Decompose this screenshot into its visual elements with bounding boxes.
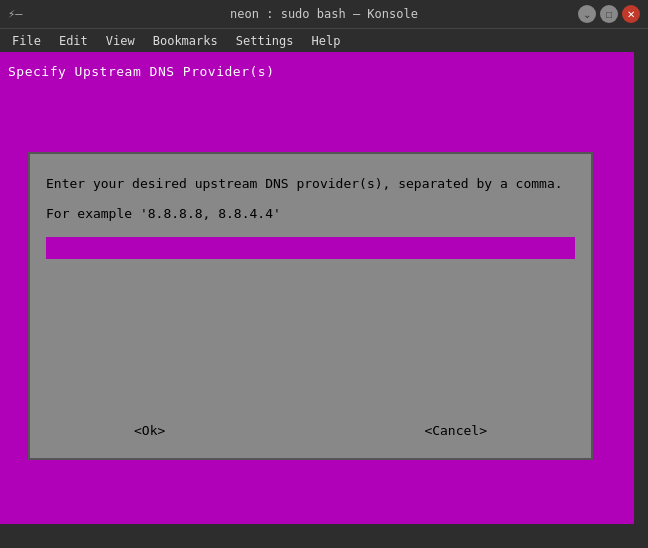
dialog-spacer [46,259,575,419]
menu-view[interactable]: View [98,32,143,50]
menu-edit[interactable]: Edit [51,32,96,50]
maximize-button[interactable]: □ [600,5,618,23]
input-wrapper [46,237,575,259]
cancel-button[interactable]: <Cancel> [416,419,495,442]
window-title: neon : sudo bash — Konsole [230,7,418,21]
menu-settings[interactable]: Settings [228,32,302,50]
menu-help[interactable]: Help [304,32,349,50]
titlebar-left: ⚡– [8,7,22,21]
dialog-line2: For example '8.8.8.8, 8.8.4.4' [46,206,575,221]
menubar: File Edit View Bookmarks Settings Help [0,28,648,52]
menu-bookmarks[interactable]: Bookmarks [145,32,226,50]
bottom-bar [0,524,648,548]
titlebar-controls: ⌄ □ ✕ [578,5,640,23]
minimize-button[interactable]: ⌄ [578,5,596,23]
dialog-line1: Enter your desired upstream DNS provider… [46,174,575,194]
dialog-box: Enter your desired upstream DNS provider… [28,152,593,460]
ok-button[interactable]: <Ok> [126,419,173,442]
dns-input[interactable] [46,237,575,259]
close-button[interactable]: ✕ [622,5,640,23]
titlebar: ⚡– neon : sudo bash — Konsole ⌄ □ ✕ [0,0,648,28]
terminal-area: Specify Upstream DNS Provider(s) Enter y… [0,52,648,524]
scrollbar[interactable] [634,52,648,524]
terminal-icon: ⚡– [8,7,22,21]
terminal-header-text: Specify Upstream DNS Provider(s) [4,60,644,83]
dialog-buttons: <Ok> <Cancel> [46,419,575,442]
window: ⚡– neon : sudo bash — Konsole ⌄ □ ✕ File… [0,0,648,548]
menu-file[interactable]: File [4,32,49,50]
